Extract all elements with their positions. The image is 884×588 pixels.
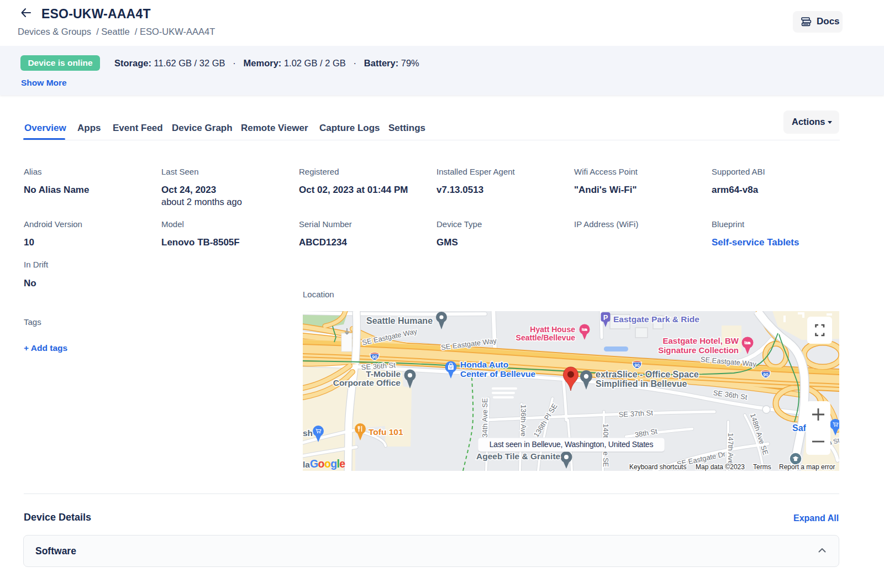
svg-text:90: 90 xyxy=(372,354,377,360)
svg-text:Honda Auto: Honda Auto xyxy=(460,360,508,369)
svg-text:sh: sh xyxy=(303,428,313,438)
svg-text:Saf: Saf xyxy=(792,423,807,433)
svg-text:Center of Bellevue: Center of Bellevue xyxy=(460,369,535,379)
svg-text:Signature Collection: Signature Collection xyxy=(658,345,739,355)
svg-text:Seattle Humane: Seattle Humane xyxy=(366,316,433,326)
svg-text:Eastgate Hotel, BW: Eastgate Hotel, BW xyxy=(662,336,739,345)
svg-text:Tofu 101: Tofu 101 xyxy=(369,427,403,437)
svg-text:la: la xyxy=(303,460,310,469)
svg-text:T-Mobile: T-Mobile xyxy=(366,369,401,379)
svg-text:147th Ave: 147th Ave xyxy=(727,433,735,465)
svg-text:Corporate Office: Corporate Office xyxy=(333,378,401,387)
svg-text:Eastgate Park & Ride: Eastgate Park & Ride xyxy=(613,314,699,324)
svg-text:P: P xyxy=(603,313,608,322)
svg-text:Google: Google xyxy=(310,458,345,470)
svg-text:Report a map error: Report a map error xyxy=(779,463,835,471)
svg-text:Keyboard shortcuts: Keyboard shortcuts xyxy=(629,463,686,471)
svg-text:Terms: Terms xyxy=(753,463,771,471)
svg-text:Ageeb Tile & Granite: Ageeb Tile & Granite xyxy=(476,452,561,461)
svg-text:Map data ©2023: Map data ©2023 xyxy=(696,463,745,471)
svg-text:Simplified in Bellevue: Simplified in Bellevue xyxy=(596,379,687,389)
svg-text:extraSlice - Office Space: extraSlice - Office Space xyxy=(596,370,699,379)
svg-text:Hyatt House: Hyatt House xyxy=(530,325,575,334)
svg-text:Last seen in Bellevue, Washing: Last seen in Bellevue, Washington, Unite… xyxy=(490,440,654,449)
svg-text:34th Ave SE: 34th Ave SE xyxy=(481,398,489,438)
svg-text:Seattle/Bellevue: Seattle/Bellevue xyxy=(516,333,576,342)
